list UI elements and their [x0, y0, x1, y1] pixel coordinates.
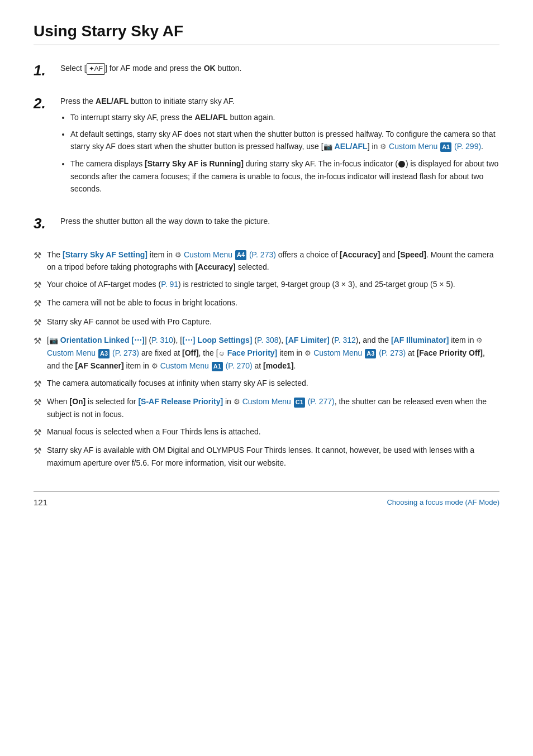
af-scanner-label: [AF Scanner]	[75, 361, 124, 370]
af-limiter-label: [AF Limiter]	[285, 336, 330, 344]
note-text-3: The camera will not be able to focus in …	[47, 296, 499, 309]
note-5: ⚒ [📷 Orientation Linked [⋯]] (P. 310), […	[34, 334, 499, 372]
note-text-1: The [Starry Sky AF Setting] item in ⚙ Cu…	[47, 248, 499, 274]
custom-menu-a1-link-2: Custom Menu A1 (P. 270)	[160, 361, 253, 370]
footer: 121 Choosing a focus mode (AF Mode)	[34, 497, 499, 507]
on-label-n7: [On]	[69, 397, 85, 406]
ael-afl-label-s2: AEL/AFL	[96, 97, 129, 106]
step-2-bullet-1: To interrupt starry sky AF, press the AE…	[70, 111, 499, 123]
note-icon-8: ⚒	[34, 425, 46, 440]
footer-divider	[34, 491, 499, 492]
orientation-linked-label: Orientation Linked [⋯]	[60, 336, 145, 344]
gear-icon-n1: ⚙	[175, 250, 182, 261]
title-divider	[34, 45, 499, 45]
saf-release-link: [S-AF Release Priority]	[138, 397, 223, 406]
note-text-6: The camera automatically focuses at infi…	[47, 377, 499, 389]
note-icon-1: ⚒	[34, 248, 46, 263]
starry-af-icon: ✦AF	[87, 63, 105, 75]
gear-icon-b2: ⚙	[380, 141, 387, 153]
step-1: 1. Select [✦AF] for AF mode and press th…	[34, 62, 499, 79]
face-priority-label: Face Priority]	[227, 348, 277, 357]
notes-section: ⚒ The [Starry Sky AF Setting] item in ⚙ …	[34, 248, 499, 470]
step-1-number: 1.	[34, 62, 60, 79]
note-text-7: When [On] is selected for [S-AF Release …	[47, 395, 499, 420]
p91-link: P. 91	[161, 280, 178, 289]
saf-release-label: [S-AF Release Priority]	[138, 397, 223, 406]
step-2-bullets: To interrupt starry sky AF, press the AE…	[70, 111, 499, 195]
note-6: ⚒ The camera automatically focuses at in…	[34, 377, 499, 391]
badge-a1: A1	[440, 142, 451, 152]
gear-icon-n7: ⚙	[234, 396, 240, 408]
note-text-4: Starry sky AF cannot be used with Pro Ca…	[47, 315, 499, 328]
face-icon-n5: ☺	[218, 350, 225, 357]
step-3: 3. Press the shutter button all the way …	[34, 215, 499, 232]
step-1-content: Select [✦AF] for AF mode and press the O…	[60, 62, 499, 78]
p310-link: P. 310	[151, 336, 173, 344]
steps-container: 1. Select [✦AF] for AF mode and press th…	[34, 62, 499, 233]
af-illuminator-link: [AF Illuminator]	[391, 336, 449, 344]
custom-menu-a4-link: Custom Menu A4 (P. 273)	[184, 250, 276, 259]
p312-link: P. 312	[334, 336, 356, 344]
note-text-5: [📷 Orientation Linked [⋯]] (P. 310), [[⋯…	[47, 334, 499, 372]
custom-menu-a3-link-1: Custom Menu A3 (P. 273)	[47, 348, 139, 357]
loop-settings-label: [⋯] Loop Settings]	[182, 336, 252, 344]
af-illuminator-label: [AF Illuminator]	[391, 336, 449, 344]
step-2-number: 2.	[34, 95, 60, 112]
note-icon-2: ⚒	[34, 278, 46, 293]
af-limiter-link: [AF Limiter]	[285, 336, 330, 344]
note-2: ⚒ Your choice of AF-target modes (P. 91)…	[34, 278, 499, 293]
custom-menu-a3-link-2: Custom Menu A3 (P. 273)	[313, 348, 406, 357]
ok-button-label: OK	[204, 64, 216, 73]
step-2-bullet-2: At default settings, starry sky AF does …	[70, 128, 499, 153]
accuracy-label: [Accuracy]	[340, 250, 380, 259]
camera-icon-n5: 📷	[49, 336, 58, 344]
step-3-number: 3.	[34, 215, 60, 232]
ael-afl-label-b1: AEL/AFL	[195, 113, 228, 122]
step-2-bullet-3: The camera displays [Starry Sky AF is Ru…	[70, 157, 499, 195]
ael-afl-label-b2: AEL/AFL	[335, 142, 368, 151]
badge-a1-2: A1	[212, 362, 223, 372]
gear-icon-n5b: ⚙	[304, 348, 311, 360]
note-text-8: Manual focus is selected when a Four Thi…	[47, 425, 499, 438]
ael-afl-link: AEL/AFL	[335, 142, 368, 151]
step-3-content: Press the shutter button all the way dow…	[60, 215, 499, 231]
camera-icon-b2: 📷	[323, 142, 332, 151]
note-4: ⚒ Starry sky AF cannot be used with Pro …	[34, 315, 499, 330]
note-icon-5: ⚒	[34, 334, 46, 348]
off-label-1: [Off]	[182, 348, 199, 357]
note-3: ⚒ The camera will not be able to focus i…	[34, 296, 499, 311]
speed-label: [Speed]	[398, 250, 426, 259]
note-icon-7: ⚒	[34, 395, 46, 410]
step-2: 2. Press the AEL/AFL button to initiate …	[34, 95, 499, 199]
note-icon-4: ⚒	[34, 315, 46, 330]
footer-chapter: Choosing a focus mode (AF Mode)	[387, 498, 499, 506]
starry-sky-running-label: [Starry Sky AF is Running]	[145, 159, 244, 168]
note-8: ⚒ Manual focus is selected when a Four T…	[34, 425, 499, 440]
custom-menu-a1-link: Custom Menu A1 (P. 299)	[389, 142, 481, 151]
note-1: ⚒ The [Starry Sky AF Setting] item in ⚙ …	[34, 248, 499, 274]
badge-c1: C1	[294, 398, 305, 408]
note-7: ⚒ When [On] is selected for [S-AF Releas…	[34, 395, 499, 420]
note-icon-6: ⚒	[34, 377, 46, 391]
badge-a3-1: A3	[98, 349, 110, 359]
custom-menu-c1-link: Custom Menu C1 (P. 277)	[242, 397, 335, 406]
gear-icon-n5c: ⚙	[151, 361, 158, 372]
face-priority-off-label: [Face Priority Off]	[417, 348, 483, 357]
gear-icon-n5a: ⚙	[476, 335, 483, 347]
note-text-2: Your choice of AF-target modes (P. 91) i…	[47, 278, 499, 290]
page-title: Using Starry Sky AF	[34, 22, 499, 40]
note-icon-3: ⚒	[34, 296, 46, 311]
face-priority-link: Face Priority]	[227, 348, 277, 357]
note-9: ⚒ Starry sky AF is available with OM Dig…	[34, 444, 499, 469]
step-2-text: Press the AEL/AFL button to initiate sta…	[60, 95, 499, 107]
starry-sky-setting-label: [Starry Sky AF Setting]	[63, 250, 147, 259]
note-icon-9: ⚒	[34, 444, 46, 458]
orientation-linked-link: Orientation Linked [⋯]	[60, 336, 145, 344]
dot-indicator	[398, 161, 405, 168]
starry-sky-setting-link: [Starry Sky AF Setting]	[63, 250, 147, 259]
footer-page: 121	[34, 497, 47, 507]
step-1-text: Select [✦AF] for AF mode and press the O…	[60, 62, 499, 75]
badge-a4: A4	[235, 250, 246, 260]
mode1-label: [mode1]	[263, 361, 293, 370]
p308-link: P. 308	[257, 336, 279, 344]
